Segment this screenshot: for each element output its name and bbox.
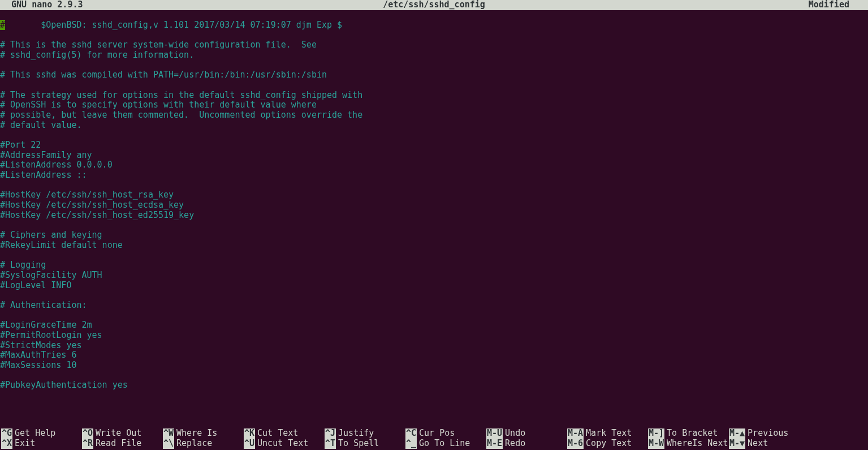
file-line: #AddressFamily any: [0, 151, 868, 161]
file-path: /etc/ssh/sshd_config: [383, 0, 485, 10]
shortcut-to-bracket[interactable]: M-]To Bracket: [648, 428, 729, 439]
file-line: # possible, but leave them commented. Un…: [0, 110, 868, 121]
shortcut-cut-text[interactable]: ^KCut Text: [244, 428, 325, 439]
file-line: #MaxSessions 10: [0, 361, 868, 371]
file-line: # Authentication:: [0, 301, 868, 311]
app-name: GNU nano 2.9.3: [1, 0, 83, 10]
file-line: #RekeyLimit default none: [0, 241, 868, 251]
file-line: # sshd_config(5) for more information.: [0, 50, 868, 61]
shortcut-copy-text[interactable]: M-6Copy Text: [567, 439, 648, 449]
file-line: # default value.: [0, 121, 868, 131]
file-line: #ListenAddress 0.0.0.0: [0, 160, 868, 170]
shortcut-row-1: ^GGet Help ^OWrite Out ^WWhere Is ^KCut …: [1, 428, 867, 439]
file-line: [0, 60, 868, 70]
shortcut-go-to-line[interactable]: ^_Go To Line: [405, 439, 486, 449]
file-line: #PubkeyAuthentication yes: [0, 380, 868, 391]
file-line: #MaxAuthTries 6: [0, 350, 868, 361]
file-line: [0, 30, 868, 40]
file-line: [0, 130, 868, 140]
shortcut-redo[interactable]: M-ERedo: [486, 439, 567, 449]
shortcut-whereis-next[interactable]: M-WWhereIs Next: [648, 439, 729, 449]
file-line: [0, 290, 868, 301]
file-line: [0, 251, 868, 261]
file-line: # The strategy used for options in the d…: [0, 91, 868, 101]
shortcut-bar: ^GGet Help ^OWrite Out ^WWhere Is ^KCut …: [0, 428, 868, 450]
shortcut-next[interactable]: M-▼Next: [729, 439, 810, 449]
editor-titlebar: GNU nano 2.9.3 /etc/ssh/sshd_config Modi…: [0, 0, 868, 10]
shortcut-to-spell[interactable]: ^TTo Spell: [325, 439, 405, 449]
shortcut-cur-pos[interactable]: ^CCur Pos: [405, 428, 486, 439]
shortcut-read-file[interactable]: ^RRead File: [82, 439, 163, 449]
shortcut-where-is[interactable]: ^WWhere Is: [163, 428, 244, 439]
shortcut-uncut-text[interactable]: ^UUncut Text: [244, 439, 325, 449]
file-line: # OpenSSH is to specify options with the…: [0, 100, 868, 110]
shortcut-exit[interactable]: ^XExit: [1, 439, 82, 449]
shortcut-get-help[interactable]: ^GGet Help: [1, 428, 82, 439]
file-line: #Port 22: [0, 140, 868, 151]
shortcut-row-2: ^XExit ^RRead File ^\Replace ^UUncut Tex…: [1, 439, 867, 449]
shortcut-mark-text[interactable]: M-AMark Text: [567, 428, 648, 439]
shortcut-previous[interactable]: M-▲Previous: [729, 428, 810, 439]
file-line: #HostKey /etc/ssh/ssh_host_ecdsa_key: [0, 200, 868, 211]
file-line: [0, 311, 868, 321]
file-line: #LoginGraceTime 2m: [0, 320, 868, 331]
file-line: #HostKey /etc/ssh/ssh_host_ed25519_key: [0, 211, 868, 221]
file-line: #HostKey /etc/ssh/ssh_host_rsa_key: [0, 190, 868, 200]
file-line: #LogLevel INFO: [0, 281, 868, 291]
file-line: #StrictModes yes: [0, 341, 868, 351]
file-line: # $OpenBSD: sshd_config,v 1.101 2017/03/…: [0, 20, 868, 31]
file-line: [0, 371, 868, 381]
file-line: [0, 80, 868, 91]
file-line: #ListenAddress ::: [0, 170, 868, 181]
file-line: # Ciphers and keying: [0, 230, 868, 241]
file-line: # This sshd was compiled with PATH=/usr/…: [0, 70, 868, 80]
file-line: [0, 220, 868, 230]
shortcut-replace[interactable]: ^\Replace: [163, 439, 244, 449]
file-status: Modified: [809, 0, 867, 10]
file-line: # This is the sshd server system-wide co…: [0, 40, 868, 50]
shortcut-write-out[interactable]: ^OWrite Out: [82, 428, 163, 439]
file-line: # Logging: [0, 260, 868, 271]
cursor: #: [0, 20, 5, 30]
file-line: #SyslogFacility AUTH: [0, 271, 868, 281]
editor-content[interactable]: # $OpenBSD: sshd_config,v 1.101 2017/03/…: [0, 20, 868, 391]
shortcut-justify[interactable]: ^JJustify: [325, 428, 405, 439]
file-line: #PermitRootLogin yes: [0, 331, 868, 341]
shortcut-undo[interactable]: M-UUndo: [486, 428, 567, 439]
spacer: [0, 10, 868, 20]
file-line: [0, 181, 868, 191]
